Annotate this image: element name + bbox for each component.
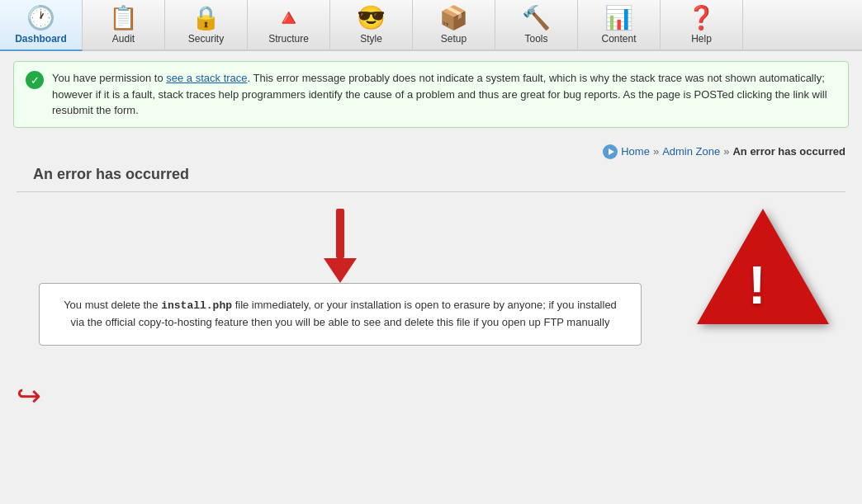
nav-label-setup: Setup <box>441 33 467 45</box>
error-left-column: You must delete the install.php file imm… <box>17 209 664 346</box>
error-message-box: You must delete the install.php file imm… <box>39 283 642 346</box>
content-icon: 📊 <box>604 7 633 30</box>
main-content: You must delete the install.php file imm… <box>0 192 862 363</box>
style-icon: 😎 <box>357 7 386 30</box>
nav-item-tools[interactable]: 🔨 Tools <box>495 0 578 49</box>
nav-label-content: Content <box>601 33 636 45</box>
nav-label-structure: Structure <box>268 33 309 45</box>
breadcrumb-home[interactable]: Home <box>621 145 650 158</box>
nav-label-dashboard: Dashboard <box>15 33 67 45</box>
nav-item-structure[interactable]: 🔺 Structure <box>248 0 330 49</box>
breadcrumb-sep-2: » <box>723 145 729 158</box>
nav-item-audit[interactable]: 📋 Audit <box>83 0 165 49</box>
back-arrow-container: ↩ <box>0 362 862 430</box>
structure-icon: 🔺 <box>274 7 303 30</box>
check-icon: ✓ <box>26 71 44 89</box>
stack-trace-link[interactable]: see a stack trace <box>166 72 247 84</box>
error-area: You must delete the install.php file imm… <box>17 209 845 346</box>
arrow-shaft <box>336 209 344 258</box>
nav-item-help[interactable]: ❓ Help <box>661 0 743 49</box>
nav-label-style: Style <box>360 33 382 45</box>
permission-text: You have permission to see a stack trace… <box>52 70 836 119</box>
nav-item-style[interactable]: 😎 Style <box>330 0 413 49</box>
arrow-head <box>324 258 357 283</box>
nav-label-tools: Tools <box>524 33 547 45</box>
nav-label-help: Help <box>691 33 712 45</box>
nav-label-audit: Audit <box>112 33 135 45</box>
setup-icon: 📦 <box>439 7 468 30</box>
back-arrow-button[interactable]: ↩ <box>17 379 41 413</box>
breadcrumb-admin-zone[interactable]: Admin Zone <box>662 145 720 158</box>
help-icon: ❓ <box>687 7 716 30</box>
breadcrumb-current: An error has occurred <box>732 145 845 158</box>
nav-item-content[interactable]: 📊 Content <box>578 0 661 49</box>
nav-item-dashboard[interactable]: 🕐 Dashboard <box>0 0 83 51</box>
permission-banner: ✓ You have permission to see a stack tra… <box>13 61 849 128</box>
warning-icon-container <box>680 209 845 324</box>
breadcrumb-sep-1: » <box>653 145 659 158</box>
breadcrumb: Home » Admin Zone » An error has occurre… <box>0 138 862 166</box>
dashboard-icon: 🕐 <box>26 7 55 30</box>
audit-icon: 📋 <box>109 7 138 30</box>
warning-triangle-icon <box>697 209 829 324</box>
nav-label-security: Security <box>188 33 224 45</box>
nav-item-security[interactable]: 🔒 Security <box>165 0 248 49</box>
error-text-before: You must delete the <box>64 299 161 311</box>
top-navigation: 🕐 Dashboard 📋 Audit 🔒 Security 🔺 Structu… <box>0 0 862 51</box>
page-title: An error has occurred <box>17 166 845 192</box>
tools-icon: 🔨 <box>522 7 551 30</box>
play-icon <box>603 144 618 159</box>
error-filename: install.php <box>161 299 232 312</box>
nav-item-setup[interactable]: 📦 Setup <box>413 0 495 49</box>
security-icon: 🔒 <box>192 7 220 30</box>
